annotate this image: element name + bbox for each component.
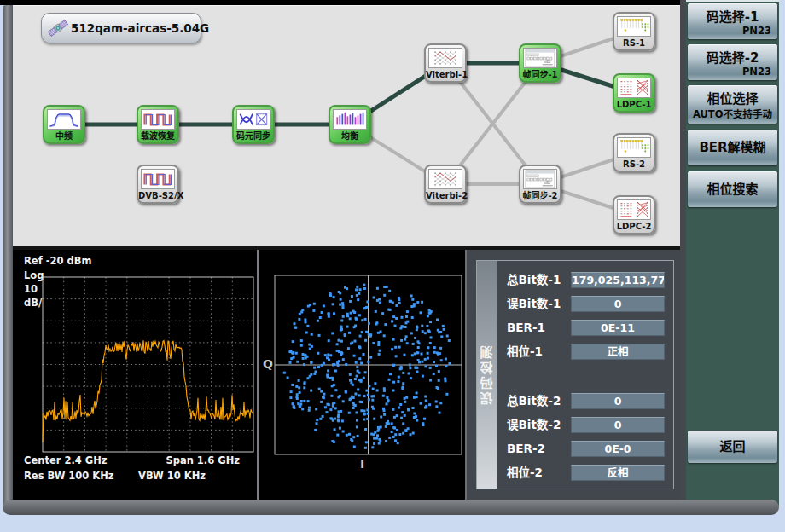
ber-panel: 误码检测 总Bit数-1179,025,113,776误Bit数-10BER-1…	[467, 250, 680, 500]
constellation-panel: Q I	[259, 250, 465, 500]
ber-value-2: 0	[571, 296, 665, 312]
frame-icon	[523, 169, 557, 189]
ber-value-7: 0E-0	[571, 441, 665, 457]
wave-icon	[141, 109, 175, 130]
node-label-frame1: 帧同步-1	[520, 68, 560, 81]
left-border	[3, 5, 13, 508]
constellation-i-label: I	[259, 457, 465, 471]
node-label-if: 中频	[44, 130, 84, 142]
back-button-label: 返回	[688, 431, 777, 463]
sidebar-button-label: 码选择-1	[688, 7, 777, 25]
ber-label-3: BER-1	[507, 320, 545, 336]
satellite-icon	[47, 18, 69, 38]
sidebar-button-phase-select[interactable]: 相位选择AUTO不支持手动	[688, 85, 777, 124]
node-label-frame2: 帧同步-2	[520, 189, 560, 202]
spectrum-icon	[47, 109, 81, 130]
ber-value-4: 正相	[571, 344, 665, 360]
ldpc-icon	[617, 200, 651, 220]
sidebar-button-label: 码选择-2	[688, 48, 777, 66]
sidebar-button-label: 相位搜索	[688, 171, 777, 207]
node-ldpc2[interactable]: LDPC-2	[613, 195, 655, 234]
ber-value-1: 179,025,113,776	[571, 272, 665, 288]
frame-icon	[523, 48, 557, 68]
node-viterbi2[interactable]: Viterbi-2	[424, 165, 467, 204]
node-symsync[interactable]: 码元同步	[232, 105, 275, 144]
sidebar-button-phase-search[interactable]: 相位搜索	[688, 171, 777, 207]
sidebar-button-ber-deambiguity[interactable]: BER解模糊	[688, 130, 777, 165]
node-rs2[interactable]: RS-2	[613, 133, 655, 172]
sidebar: 码选择-1PN23码选择-2PN23相位选择AUTO不支持手动BER解模糊相位搜…	[686, 0, 779, 506]
signal-title-label: 512qam-aircas-5.04G	[71, 21, 209, 35]
bars-icon	[333, 109, 367, 130]
node-equalizer[interactable]: 均衡	[329, 105, 371, 144]
eye-icon	[236, 109, 270, 130]
node-dvb[interactable]: DVB-S2/X	[137, 165, 179, 204]
ber-value-8: 反相	[571, 465, 665, 481]
ber-label-6: 误Bit数-2	[507, 417, 561, 433]
sidebar-button-sublabel: PN23	[688, 25, 777, 37]
node-label-viterbi1: Viterbi-1	[426, 68, 465, 81]
node-label-symsync: 码元同步	[234, 130, 273, 142]
spectrum-vbw-label: VBW 10 KHz	[138, 470, 206, 482]
sidebar-button-sublabel: PN23	[688, 66, 777, 78]
sidebar-border	[680, 0, 686, 515]
ber-label-5: 总Bit数-2	[507, 393, 561, 409]
signal-title-button[interactable]: 512qam-aircas-5.04G	[41, 13, 201, 43]
rs-icon	[617, 16, 651, 37]
back-button[interactable]: 返回	[688, 431, 777, 463]
sidebar-button-code-select-1[interactable]: 码选择-1PN23	[688, 3, 777, 39]
spectrum-rbw-label: Res BW 100 KHz	[24, 470, 114, 482]
ldpc-icon	[617, 78, 651, 98]
constellation-q-label: Q	[263, 357, 273, 371]
rs-icon	[617, 137, 651, 158]
trellis-icon	[428, 169, 462, 189]
spectrum-center-label: Center 2.4 GHz	[24, 454, 108, 466]
ber-label-8: 相位-2	[507, 465, 543, 481]
ber-label-7: BER-2	[507, 441, 545, 457]
trellis-icon	[428, 48, 462, 68]
node-label-viterbi2: Viterbi-2	[426, 189, 465, 202]
bottom-border	[3, 500, 779, 515]
node-carrier[interactable]: 载波恢复	[137, 105, 179, 144]
ber-value-3: 0E-11	[571, 320, 665, 336]
node-frame1[interactable]: 帧同步-1	[519, 43, 561, 83]
node-ldpc1[interactable]: LDPC-1	[613, 73, 655, 113]
wave-icon	[141, 169, 175, 189]
ber-value-6: 0	[571, 417, 665, 433]
application-window: 中频载波恢复码元同步均衡DVB-S2/XViterbi-1 帧同步-1RS-1L…	[0, 0, 785, 532]
node-rs1[interactable]: RS-1	[613, 12, 655, 51]
diagram-panel: 中频载波恢复码元同步均衡DVB-S2/XViterbi-1 帧同步-1RS-1L…	[13, 5, 680, 246]
sidebar-button-label: 相位选择	[688, 89, 777, 107]
ber-label-1: 总Bit数-1	[507, 272, 561, 288]
node-label-equalizer: 均衡	[330, 130, 369, 142]
sidebar-button-code-select-2[interactable]: 码选择-2PN23	[688, 44, 777, 80]
node-label-rs2: RS-2	[614, 158, 654, 171]
ber-label-4: 相位-1	[507, 344, 543, 360]
node-viterbi1[interactable]: Viterbi-1	[424, 43, 467, 83]
ber-side-label: 误码检测	[477, 261, 497, 489]
ber-stats-box: 误码检测 总Bit数-1179,025,113,776误Bit数-10BER-1…	[476, 260, 674, 489]
node-label-ldpc2: LDPC-2	[614, 220, 654, 233]
node-label-rs1: RS-1	[614, 37, 654, 49]
ber-value-5: 0	[571, 393, 665, 409]
node-label-carrier: 载波恢复	[138, 130, 177, 142]
node-frame2[interactable]: 帧同步-2	[519, 165, 561, 204]
spectrum-span-label: Span 1.6 GHz	[166, 454, 240, 466]
ber-label-2: 误Bit数-1	[507, 296, 561, 312]
node-label-ldpc1: LDPC-1	[614, 98, 654, 111]
sidebar-button-label: BER解模糊	[688, 130, 777, 165]
node-if[interactable]: 中频	[43, 105, 85, 144]
node-label-dvb: DVB-S2/X	[138, 189, 177, 202]
sidebar-button-sublabel: AUTO不支持手动	[688, 107, 777, 120]
spectrum-panel: Ref -20 dBm Log 10 dB/ Center 2.4 GHz Sp…	[13, 250, 257, 500]
